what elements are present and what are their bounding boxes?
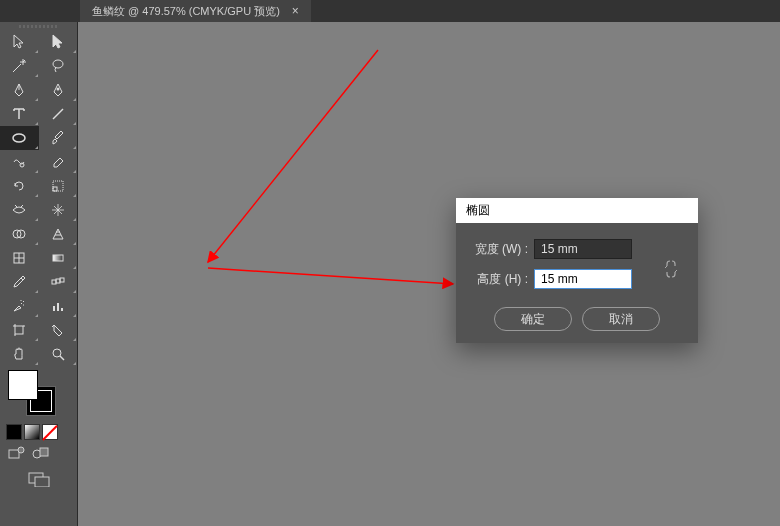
lasso-tool[interactable] <box>39 54 78 78</box>
draw-behind[interactable] <box>32 446 50 461</box>
symbol-sprayer-tool[interactable] <box>0 294 39 318</box>
none-mode[interactable] <box>42 424 58 440</box>
svg-rect-14 <box>56 279 60 283</box>
hand-tool[interactable] <box>0 342 39 366</box>
svg-line-2 <box>53 109 63 119</box>
svg-line-25 <box>60 356 64 360</box>
svg-rect-18 <box>61 308 63 311</box>
rotate-tool[interactable] <box>0 174 39 198</box>
type-tool[interactable] <box>0 102 39 126</box>
svg-rect-12 <box>53 255 63 261</box>
close-icon[interactable]: × <box>292 4 299 18</box>
fill-swatch[interactable] <box>8 370 38 400</box>
svg-rect-13 <box>52 280 56 284</box>
slice-tool[interactable] <box>39 318 78 342</box>
magic-wand-tool[interactable] <box>0 54 39 78</box>
height-input[interactable] <box>534 269 632 289</box>
toolbox <box>0 22 78 526</box>
perspective-grid-tool[interactable] <box>39 222 78 246</box>
svg-rect-26 <box>9 450 19 458</box>
shaper-tool[interactable] <box>0 150 39 174</box>
pen-tool[interactable] <box>0 78 39 102</box>
dialog-title[interactable]: 椭圆 <box>456 198 698 223</box>
ok-button[interactable]: 确定 <box>494 307 572 331</box>
svg-point-0 <box>53 60 63 68</box>
svg-rect-5 <box>53 187 57 191</box>
width-tool[interactable] <box>0 198 39 222</box>
cancel-button[interactable]: 取消 <box>582 307 660 331</box>
svg-point-3 <box>13 134 25 142</box>
column-graph-tool[interactable] <box>39 294 78 318</box>
svg-rect-6 <box>53 181 63 191</box>
svg-point-1 <box>56 88 59 91</box>
paintbrush-tool[interactable] <box>39 126 78 150</box>
width-input[interactable] <box>534 239 632 259</box>
zoom-tool[interactable] <box>39 342 78 366</box>
screen-mode-button[interactable] <box>0 465 77 493</box>
svg-line-34 <box>665 266 667 268</box>
scale-tool[interactable] <box>39 174 78 198</box>
svg-rect-19 <box>15 326 23 334</box>
line-segment-tool[interactable] <box>39 102 78 126</box>
ellipse-tool[interactable] <box>0 126 39 150</box>
eyedropper-tool[interactable] <box>0 270 39 294</box>
link-icon[interactable] <box>664 257 680 281</box>
free-transform-tool[interactable] <box>39 198 78 222</box>
gradient-mode[interactable] <box>24 424 40 440</box>
gradient-tool[interactable] <box>39 246 78 270</box>
curvature-tool[interactable] <box>39 78 78 102</box>
shape-builder-tool[interactable] <box>0 222 39 246</box>
document-tab[interactable]: 鱼鳞纹 @ 479.57% (CMYK/GPU 预览) × <box>80 0 311 22</box>
svg-point-27 <box>18 447 24 453</box>
draw-normal[interactable] <box>8 446 26 461</box>
svg-rect-31 <box>35 477 49 487</box>
toolbox-grab[interactable] <box>0 22 77 30</box>
mesh-tool[interactable] <box>0 246 39 270</box>
svg-rect-15 <box>60 278 64 282</box>
artboard-tool[interactable] <box>0 318 39 342</box>
svg-rect-17 <box>57 303 59 311</box>
color-swatches[interactable] <box>0 366 77 422</box>
ellipse-dialog: 椭圆 宽度 (W) : 高度 (H) : 确定 取消 <box>456 198 698 343</box>
height-label: 高度 (H) : <box>468 271 528 288</box>
svg-rect-16 <box>53 306 55 311</box>
color-mode[interactable] <box>6 424 22 440</box>
svg-line-35 <box>675 270 677 272</box>
blend-tool[interactable] <box>39 270 78 294</box>
svg-point-24 <box>53 349 61 357</box>
svg-rect-29 <box>40 448 48 456</box>
width-label: 宽度 (W) : <box>468 241 528 258</box>
eraser-tool[interactable] <box>39 150 78 174</box>
tab-title: 鱼鳞纹 @ 479.57% (CMYK/GPU 预览) <box>92 4 280 19</box>
selection-tool[interactable] <box>0 30 39 54</box>
direct-selection-tool[interactable] <box>39 30 78 54</box>
